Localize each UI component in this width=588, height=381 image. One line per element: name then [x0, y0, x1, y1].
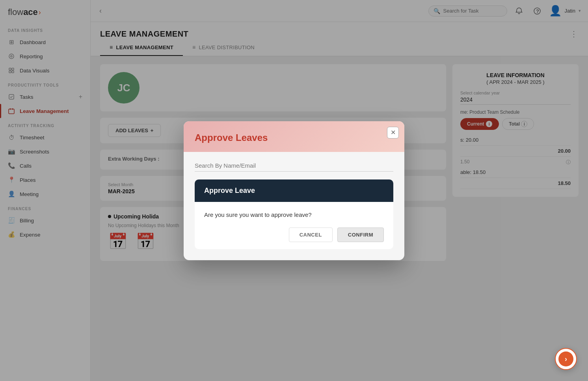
fab-arrow-icon: ›: [565, 355, 567, 363]
confirm-dialog-title: Approve Leave: [204, 187, 384, 195]
close-icon: ✕: [391, 129, 396, 136]
confirm-dialog: Approve Leave Are you sure you want to a…: [195, 179, 393, 249]
approve-modal-body: Approve Leave Are you sure you want to a…: [184, 152, 404, 260]
approve-modal-header: Approve Leaves ✕: [184, 121, 404, 152]
confirm-actions: CANCEL CONFIRM: [204, 227, 384, 242]
confirm-button[interactable]: CONFIRM: [337, 227, 384, 242]
cancel-button[interactable]: CANCEL: [289, 227, 333, 242]
fab-inner: ›: [558, 351, 573, 366]
fab-button[interactable]: ›: [555, 348, 577, 370]
confirm-dialog-body: Are you sure you want to approve leave? …: [195, 202, 393, 249]
confirm-dialog-header: Approve Leave: [195, 179, 393, 202]
confirm-question: Are you sure you want to approve leave?: [204, 211, 384, 218]
approve-modal-close-button[interactable]: ✕: [387, 127, 399, 139]
approve-leaves-modal: Approve Leaves ✕ Approve Leave Are you s…: [184, 121, 404, 260]
modal-overlay[interactable]: Approve Leaves ✕ Approve Leave Are you s…: [0, 0, 588, 381]
search-name-input[interactable]: [195, 160, 393, 172]
approve-modal-title: Approve Leaves: [195, 132, 393, 143]
